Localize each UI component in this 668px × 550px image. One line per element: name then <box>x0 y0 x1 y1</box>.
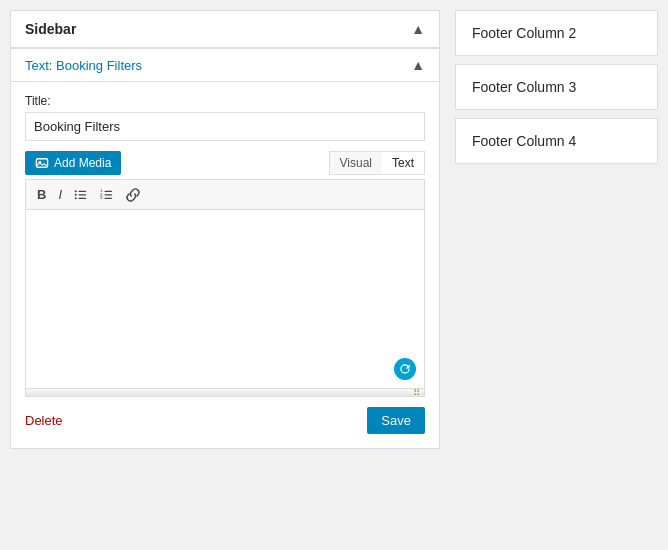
sidebar-title: Sidebar <box>25 21 76 37</box>
svg-rect-10 <box>104 197 112 198</box>
italic-button[interactable]: I <box>53 184 67 205</box>
ol-icon: 1. 2. 3. <box>100 188 114 202</box>
widget-subheader-text: Text: Booking Filters <box>25 58 142 73</box>
editor-toolbar: B I 1. 2. 3. <box>25 179 425 209</box>
svg-text:3.: 3. <box>100 195 104 200</box>
save-button[interactable]: Save <box>367 407 425 434</box>
resize-handle[interactable]: ⠿ <box>25 389 425 397</box>
delete-link[interactable]: Delete <box>25 413 63 428</box>
tab-visual[interactable]: Visual <box>330 152 382 174</box>
add-media-button[interactable]: Add Media <box>25 151 121 175</box>
left-panel: Sidebar ▲ Text: Booking Filters ▲ Title:… <box>0 0 450 550</box>
sidebar-chevron-icon: ▲ <box>411 21 425 37</box>
ul-icon <box>74 188 88 202</box>
editor-top-toolbar: Add Media Visual Text <box>25 151 425 175</box>
view-tabs: Visual Text <box>329 151 425 175</box>
ordered-list-button[interactable]: 1. 2. 3. <box>95 185 119 205</box>
footer-column-2[interactable]: Footer Column 2 <box>455 10 658 56</box>
bold-button[interactable]: B <box>32 184 51 205</box>
widget-footer: Delete Save <box>25 397 425 434</box>
right-panel: Footer Column 2 Footer Column 3 Footer C… <box>450 0 668 550</box>
footer-column-4[interactable]: Footer Column 4 <box>455 118 658 164</box>
link-icon <box>126 188 140 202</box>
refresh-icon[interactable] <box>394 358 416 380</box>
svg-rect-8 <box>104 190 112 191</box>
editor-area[interactable] <box>25 209 425 389</box>
widget-chevron-icon: ▲ <box>411 57 425 73</box>
widget-subheader[interactable]: Text: Booking Filters ▲ <box>10 48 440 81</box>
footer-column-2-label: Footer Column 2 <box>472 25 576 41</box>
tab-text[interactable]: Text <box>382 152 424 174</box>
add-media-label: Add Media <box>54 156 111 170</box>
footer-column-3-label: Footer Column 3 <box>472 79 576 95</box>
footer-column-3[interactable]: Footer Column 3 <box>455 64 658 110</box>
widget-content: Title: Add Media Visual Text B I <box>10 81 440 449</box>
svg-rect-9 <box>104 194 112 195</box>
svg-rect-3 <box>78 194 86 195</box>
footer-column-4-label: Footer Column 4 <box>472 133 576 149</box>
link-button[interactable] <box>121 185 145 205</box>
media-icon <box>35 156 49 170</box>
title-input[interactable] <box>25 112 425 141</box>
svg-rect-4 <box>78 197 86 198</box>
svg-rect-2 <box>78 190 86 191</box>
unordered-list-button[interactable] <box>69 185 93 205</box>
title-label: Title: <box>25 94 425 108</box>
sidebar-header[interactable]: Sidebar ▲ <box>10 10 440 48</box>
svg-point-7 <box>75 197 77 199</box>
resize-dots-icon: ⠿ <box>413 388 420 398</box>
svg-point-6 <box>75 193 77 195</box>
svg-point-5 <box>75 190 77 192</box>
